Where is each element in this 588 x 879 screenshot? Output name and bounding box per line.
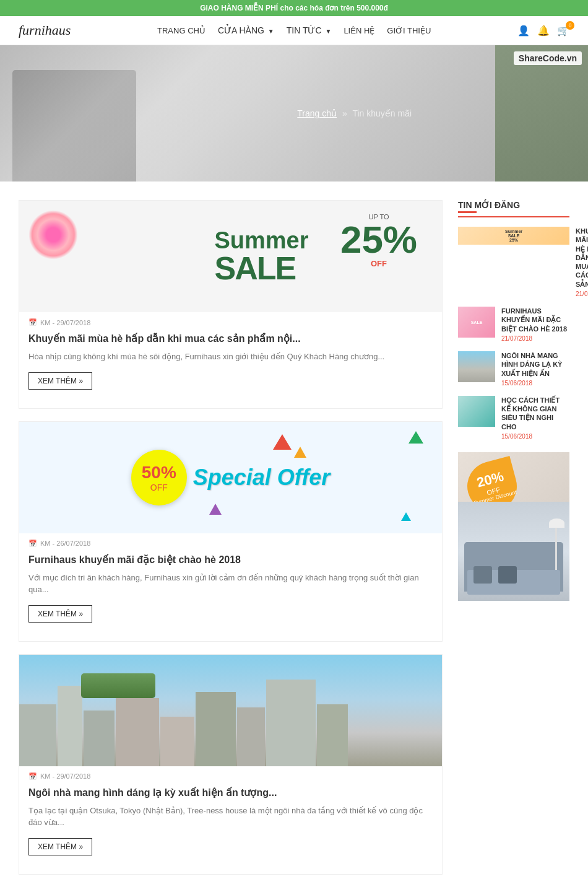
flower-deco [28,210,78,260]
recent-thumb-1: SummerSALE25% [458,227,569,245]
nav-contact[interactable]: LIÊN HỆ [344,26,374,35]
recent-thumb-2: SALE [458,307,495,338]
special-badge: 50% OFF [131,450,187,505]
nav-news-arrow: ▼ [325,28,331,35]
recent-title-3: NGÔI NHÀ MANG HÌNH DÁNG LẠ KỲ XUẤT HIỆN … [501,351,569,378]
logo-text: furnihaus [19,22,71,38]
article1-meta: 📅 KM - 29/07/2018 [19,312,442,330]
recent-date-4: 15/06/2018 [501,433,569,440]
article2-meta: 📅 KM - 26/07/2018 [19,533,442,551]
article1-title: Khuyến mãi mùa hè hấp dẫn khi mua các sả… [19,330,442,348]
nav-shop-arrow: ▼ [268,28,274,35]
article2-title: Furnihaus khuyến mãi đặc biệt chào hè 20… [19,551,442,569]
sale-label: SALE [214,252,308,284]
recent-title-2: FURNIHAUS KHUYẾN MÃI ĐẶC BIỆT CHÀO HÈ 20… [501,307,569,333]
header: furnihaus TRANG CHỦ CỬA HÀNG ▼ TIN TỨC ▼… [0,16,588,45]
recent-thumb-4 [458,396,495,427]
promo-sofa-area [458,502,569,601]
breadcrumb-home[interactable]: Trang chủ [297,108,337,118]
recent-date-2: 21/07/2018 [501,335,569,342]
lamp-pole [555,527,557,570]
nav-about[interactable]: GIỚI THIỆU [387,26,431,35]
special-offer-text: Special Offer [193,465,330,491]
sharecode-watermark: ShareCode.vn [514,51,582,65]
article1-excerpt: Hòa nhịp cùng không khí mùa hè sôi động,… [19,348,442,366]
tri5 [209,504,222,515]
article2-icon: 📅 [28,540,37,548]
lamp-shade [549,518,564,528]
rooftop-green [81,673,155,698]
cart-badge: 0 [566,21,574,30]
article-city-img [19,655,442,766]
hero-banner: ShareCode.vn Trang chủ » Tin khuyến mãi [0,45,588,181]
main-content: Summer SALE UP TO 25% OFF 📅 KM - 29/07/2… [0,181,588,879]
article3-excerpt: Tọa lạc tại quận Otsuka, Tokyo (Nhật Bản… [19,802,442,832]
tri4 [401,512,411,521]
breadcrumb-sep: » [342,108,347,118]
article-summer-img: Summer SALE UP TO 25% OFF [19,201,442,312]
recent-item-3: NGÔI NHÀ MANG HÌNH DÁNG LẠ KỲ XUẤT HIỆN … [458,351,569,387]
nav-news[interactable]: TIN TỨC ▼ [287,25,332,35]
special-percent: 50% [142,463,176,483]
sidebar: TIN MỚI ĐĂNG SummerSALE25% KHUYẾN MÃI MÙ… [458,200,569,879]
tri1 [273,434,292,450]
article-special-img: 50% OFF Special Offer [19,422,442,533]
article-summer: Summer SALE UP TO 25% OFF 📅 KM - 29/07/2… [19,200,443,409]
topbar-message: GIAO HÀNG MIỄN PHÍ cho các hóa đơn trên … [200,4,388,12]
article3-icon: 📅 [28,772,37,781]
recent-info-2: FURNIHAUS KHUYẾN MÃI ĐẶC BIỆT CHÀO HÈ 20… [501,307,569,342]
recent-title-1: KHUYẾN MÃI MÙA HÈ HẤP DẪN KHI MUA CÁC SẢ… [576,227,588,289]
user-icon[interactable]: 👤 [517,25,530,37]
percent-block: UP TO 25% OFF [340,213,417,268]
article1-icon: 📅 [28,318,37,326]
article3-date: KM - 29/07/2018 [40,772,90,780]
nav-home[interactable]: TRANG CHỦ [157,26,205,35]
article3-read-more[interactable]: XEM THÊM » [28,838,92,855]
promo-banner: 20% OFF Summer Discount [458,452,569,601]
article2-read-more[interactable]: XEM THÊM » [28,605,92,623]
hero-plant-right [495,45,588,181]
summer-label: Summer [214,229,308,252]
logo[interactable]: furnihaus [19,22,71,38]
tri3 [409,431,423,444]
hero-furniture-left [12,70,136,181]
summer-sale-content: Summer SALE UP TO 25% OFF [19,201,442,312]
header-icons: 👤 🔔 🛒 0 [517,25,569,37]
recent-info-1: KHUYẾN MÃI MÙA HÈ HẤP DẪN KHI MUA CÁC SẢ… [576,227,588,297]
article3-title: Ngôi nhà mang hình dáng lạ kỳ xuất hiện … [19,784,442,802]
breadcrumb-current: Tin khuyến mãi [352,108,412,118]
tri2 [294,447,306,458]
article2-date: KM - 26/07/2018 [40,540,90,547]
recent-item-4: HỌC CÁCH THIẾT KẾ KHÔNG GIAN SIÊU TIỆN N… [458,396,569,440]
recent-info-3: NGÔI NHÀ MANG HÌNH DÁNG LẠ KỲ XUẤT HIỆN … [501,351,569,387]
recent-item-2: SALE FURNIHAUS KHUYẾN MÃI ĐẶC BIỆT CHÀO … [458,307,569,342]
article-city: 📅 KM - 29/07/2018 Ngôi nhà mang hình dán… [19,654,443,875]
article3-meta: 📅 KM - 29/07/2018 [19,766,442,784]
bell-icon[interactable]: 🔔 [537,25,550,37]
recent-date-3: 15/06/2018 [501,380,569,387]
article1-read-more[interactable]: XEM THÊM » [28,372,92,390]
recent-section-title: TIN MỚI ĐĂNG [458,200,569,217]
article-special: 50% OFF Special Offer 📅 KM - 26/07/2018 … [19,421,443,642]
recent-item-1: SummerSALE25% KHUYẾN MÃI MÙA HÈ HẤP DẪN … [458,227,569,297]
recent-date-1: 21/07/2018 [576,291,588,297]
nav-shop[interactable]: CỬA HÀNG ▼ [218,25,274,35]
special-off: OFF [150,483,168,492]
breadcrumb: Trang chủ » Tin khuyến mãi [297,108,412,118]
pillow2 [498,566,517,584]
recent-title-4: HỌC CÁCH THIẾT KẾ KHÔNG GIAN SIÊU TIỆN N… [501,396,569,431]
articles-list: Summer SALE UP TO 25% OFF 📅 KM - 29/07/2… [19,200,443,879]
hero-breadcrumb: Trang chủ » Tin khuyến mãi [297,108,412,118]
recent-info-4: HỌC CÁCH THIẾT KẾ KHÔNG GIAN SIÊU TIỆN N… [501,396,569,440]
summer-text-block: Summer SALE [152,229,308,284]
recent-thumb-3 [458,351,495,382]
main-nav: TRANG CHỦ CỬA HÀNG ▼ TIN TỨC ▼ LIÊN HỆ G… [157,25,431,35]
percent-label: 25% [340,221,417,259]
pillow1 [473,566,492,584]
article1-date: KM - 29/07/2018 [40,319,90,326]
cart-icon[interactable]: 🛒 0 [557,25,569,37]
top-bar: GIAO HÀNG MIỄN PHÍ cho các hóa đơn trên … [0,0,588,16]
article2-excerpt: Với mục đích tri ân khách hàng, Furnihau… [19,569,442,599]
